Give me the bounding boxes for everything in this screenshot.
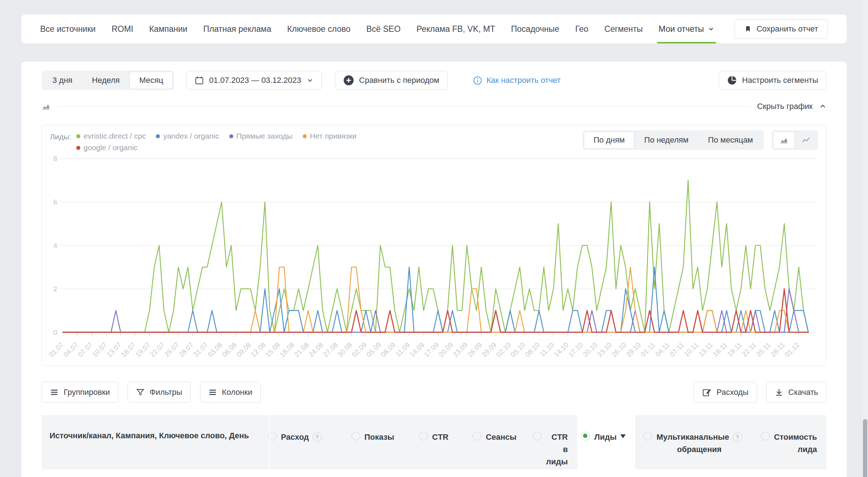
legend-dot-icon <box>76 146 80 150</box>
x-axis-label: 04.07 <box>62 341 79 358</box>
granularity-option-По дням[interactable]: По дням <box>584 131 634 149</box>
area-chart-icon <box>780 136 788 144</box>
x-axis-label: 28.07 <box>177 341 195 358</box>
groupings-button[interactable]: Группировки <box>42 382 118 403</box>
configure-segments-button[interactable]: Настроить сегменты <box>719 71 826 90</box>
legend-title: Лиды: <box>50 132 71 152</box>
metric-label: CTR <box>432 431 448 443</box>
scrollbar-thumb[interactable] <box>863 419 867 477</box>
tab-Мои отчеты[interactable]: Мои отчеты <box>659 14 715 43</box>
tab-ROMI[interactable]: ROMI <box>111 14 133 43</box>
chevron-up-icon[interactable] <box>819 103 826 110</box>
legend-label: Нет привязки <box>310 132 357 140</box>
metric-radio[interactable] <box>473 432 481 440</box>
tab-label: Посадочные <box>511 24 559 34</box>
tab-Посадочные[interactable]: Посадочные <box>511 14 559 43</box>
how-to-configure-link[interactable]: Как настроить отчет <box>473 76 561 85</box>
report-tabs: Все источникиROMIКампанииПлатная реклама… <box>40 14 715 43</box>
granularity-option-По неделям[interactable]: По неделям <box>634 131 698 149</box>
metric-column-Показы[interactable]: Показы <box>331 415 404 469</box>
date-range-value: 01.07.2023 — 03.12.2023 <box>209 76 301 85</box>
x-axis-label: 14.09 <box>408 341 426 358</box>
line-chart-icon <box>802 136 810 144</box>
x-axis-label: 01.07 <box>47 341 65 358</box>
chart-type-switch <box>772 130 818 150</box>
x-axis-label: 19.07 <box>134 341 152 358</box>
download-button[interactable]: Скачать <box>766 382 827 403</box>
tab-Гео[interactable]: Гео <box>575 14 588 43</box>
legend-item-Прямые заходы[interactable]: Прямые заходы <box>229 132 293 140</box>
save-report-button[interactable]: Сохранить отчет <box>735 19 828 39</box>
dimension-column-header[interactable]: Источник/канал, Кампания, Ключевое слово… <box>42 415 269 469</box>
metric-label-line: Мультиканальные <box>656 431 729 443</box>
funnel-icon <box>136 388 145 397</box>
period-option-Месяц[interactable]: Месяц <box>129 72 173 89</box>
metric-label: Мультиканальные?обращения <box>656 431 742 456</box>
metric-label-line: CTR <box>432 431 448 443</box>
legend-dot-icon <box>76 134 80 138</box>
metric-column-Лиды[interactable]: Лиды <box>577 415 635 477</box>
tab-Сегменты[interactable]: Сегменты <box>604 14 643 43</box>
line-chart-toggle[interactable] <box>795 131 817 149</box>
scrollbar-track[interactable] <box>862 0 868 477</box>
x-axis-label: 12.08 <box>250 341 267 358</box>
compare-period-button[interactable]: Сравнить с периодом <box>335 71 448 90</box>
legend-item-google / organic[interactable]: google / organic <box>76 143 137 152</box>
period-option-3 дня[interactable]: 3 дня <box>43 72 82 89</box>
metric-column-CTR в лиды[interactable]: CTRвлиды <box>526 415 577 469</box>
granularity-option-По месяцам[interactable]: По месяцам <box>698 131 763 149</box>
tab-Ключевое слово[interactable]: Ключевое слово <box>287 14 350 43</box>
x-axis-label: 25.07 <box>163 341 180 358</box>
legend-item-Нет привязки[interactable]: Нет привязки <box>303 132 357 140</box>
metric-column-Сеансы[interactable]: Сеансы <box>458 415 526 469</box>
metric-radio-selected[interactable] <box>581 432 590 440</box>
tab-Платная реклама[interactable]: Платная реклама <box>203 14 271 43</box>
x-axis-label: 13.11 <box>697 341 714 358</box>
metric-label: Расход? <box>281 431 322 443</box>
x-axis-label: 16.11 <box>711 341 728 358</box>
metric-radio[interactable] <box>533 432 542 440</box>
legend-item-yandex / organic[interactable]: yandex / organic <box>156 132 219 140</box>
metric-radio[interactable] <box>268 432 277 440</box>
help-question-icon[interactable]: ? <box>733 432 742 442</box>
date-range-picker[interactable]: 01.07.2023 — 03.12.2023 <box>186 71 322 90</box>
filters-button[interactable]: Фильтры <box>128 382 191 403</box>
compare-period-label: Сравнить с периодом <box>359 76 439 85</box>
tab-Все источники[interactable]: Все источники <box>40 14 95 43</box>
x-axis-label: 07.11 <box>668 341 685 358</box>
x-axis-label: 21.08 <box>293 341 310 358</box>
period-option-Неделя[interactable]: Неделя <box>82 72 129 89</box>
expenses-label: Расходы <box>716 388 748 397</box>
hide-chart-label[interactable]: Скрыть график <box>757 102 813 111</box>
area-chart-toggle[interactable] <box>773 131 795 149</box>
tab-Реклама FB, VK, MT[interactable]: Реклама FB, VK, MT <box>417 14 495 43</box>
x-axis-label: 08.09 <box>379 341 397 358</box>
columns-button[interactable]: Колонки <box>200 382 261 403</box>
y-axis-label: 4 <box>53 242 57 249</box>
metric-radio[interactable] <box>352 432 360 440</box>
expenses-button[interactable]: Расходы <box>694 382 757 403</box>
metric-column-Расход[interactable]: Расход? <box>270 415 331 469</box>
leads-line-chart[interactable]: 0246801.0704.0707.0710.0713.0716.0719.07… <box>42 125 826 366</box>
y-axis-label: 6 <box>53 198 57 206</box>
tab-Всё SEO[interactable]: Всё SEO <box>366 14 401 43</box>
help-question-icon[interactable]: ? <box>312 432 322 442</box>
series-line-evristic.direct / cpc <box>63 180 808 332</box>
metric-column-CTR[interactable]: CTR <box>404 415 458 469</box>
x-axis-label: 18.08 <box>278 341 296 358</box>
metric-label-line: обращения <box>677 443 722 456</box>
metric-column-Мультиканальные обращения[interactable]: Мультиканальные?обращения <box>635 415 752 469</box>
x-axis-label: 13.07 <box>105 341 123 358</box>
metric-label: Лиды <box>594 431 617 443</box>
x-axis-label: 10.07 <box>91 341 108 358</box>
y-axis-label: 0 <box>53 329 57 336</box>
metric-column-Стоимость лида[interactable]: Стоимостьлида <box>752 415 826 469</box>
x-axis-label: 16.07 <box>120 341 137 358</box>
metric-radio[interactable] <box>761 432 770 440</box>
legend-item-evristic.direct / cpc[interactable]: evristic.direct / cpc <box>76 132 146 140</box>
x-axis-label: 20.10 <box>581 341 599 358</box>
metric-radio[interactable] <box>419 432 428 440</box>
tab-Кампании[interactable]: Кампании <box>149 14 187 43</box>
metric-radio[interactable] <box>643 432 652 440</box>
x-axis-label: 27.08 <box>322 341 339 358</box>
